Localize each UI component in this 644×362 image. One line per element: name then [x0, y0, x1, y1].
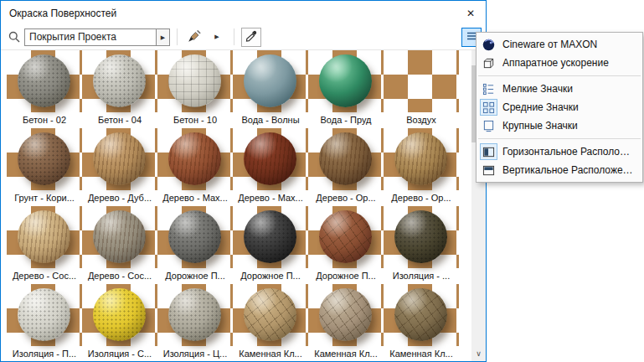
material-sphere [168, 288, 221, 341]
surface-paint-dialog: Окраска Поверхностей ✕ ▶ ▶ Бетон - 02Бет… [0, 0, 487, 362]
menu-item[interactable]: Аппаратное ускорение [477, 54, 642, 72]
toolbar-separator [177, 28, 178, 45]
material-cell[interactable]: Дорожное П... [233, 206, 308, 284]
material-label: Дерево - Дуб... [82, 190, 157, 206]
view-options-menu: Cineware от MAXONАппаратное ускорениеМел… [476, 32, 643, 183]
paint-dropdown-button[interactable]: ▶ [207, 28, 227, 47]
material-sphere [18, 54, 70, 107]
material-label: Дерево - Мах... [157, 190, 233, 206]
menu-item-label: Вертикальное Расположение [502, 164, 636, 176]
material-thumbnail[interactable] [7, 206, 82, 268]
material-cell[interactable]: Воздух [384, 50, 459, 128]
material-thumbnail[interactable] [308, 206, 384, 268]
material-cell[interactable]: Бетон - 02 [7, 50, 82, 128]
material-cell[interactable]: Дерево - Ор... [308, 128, 384, 206]
material-cell[interactable]: Вода - Волны [233, 50, 308, 128]
material-cell[interactable]: Каменная Кл... [233, 284, 308, 361]
eyedropper-button[interactable] [241, 28, 261, 47]
material-cell[interactable]: Каменная Кл... [384, 284, 459, 361]
material-label: Вода - Пруд [308, 112, 384, 128]
material-sphere [394, 288, 447, 341]
material-label: Грунт - Кори... [7, 190, 82, 206]
menu-separator [478, 138, 641, 139]
scroll-down-button[interactable]: ∨ [471, 347, 486, 361]
menu-item-label: Крупные Значки [502, 120, 578, 132]
material-cell[interactable]: Дорожное П... [157, 206, 233, 284]
material-sphere [168, 210, 221, 263]
material-thumbnail[interactable] [308, 50, 384, 112]
material-cell[interactable]: Бетон - 04 [82, 50, 157, 128]
material-thumbnail[interactable] [233, 128, 308, 190]
menu-item[interactable]: Горизонтальное Расположение [477, 142, 642, 161]
material-thumbnail[interactable] [82, 128, 157, 190]
material-cell[interactable]: Дерево - Сос... [82, 206, 157, 284]
large-icons-icon [480, 117, 497, 134]
material-cell[interactable]: Изоляция - Ц... [157, 284, 233, 361]
material-thumbnail[interactable] [233, 206, 308, 268]
material-cell[interactable]: Дерево - Мах... [157, 128, 233, 206]
material-cell[interactable]: Бетон - 10 [157, 50, 233, 128]
material-thumbnail[interactable] [384, 206, 459, 268]
material-thumbnail[interactable] [384, 128, 459, 190]
material-label: Воздух [384, 112, 459, 128]
menu-item[interactable]: Средние Значки [477, 98, 642, 116]
material-thumbnail[interactable] [157, 206, 233, 268]
material-label: Изоляция - ... [384, 268, 459, 284]
material-cell[interactable]: Изоляция - П... [7, 284, 82, 361]
material-cell[interactable]: Дерево - Мах... [233, 128, 308, 206]
material-thumbnail[interactable] [7, 128, 82, 190]
material-sphere [168, 132, 221, 185]
material-thumbnail[interactable] [7, 284, 82, 346]
material-thumbnail[interactable] [157, 284, 233, 346]
paint-brush-button[interactable] [184, 28, 204, 47]
search-expand-button[interactable]: ▶ [157, 28, 170, 46]
menu-item[interactable]: Вертикальное Расположение [477, 161, 642, 179]
material-cell[interactable]: Изоляция - ... [384, 206, 459, 284]
material-label: Каменная Кл... [308, 346, 384, 361]
material-thumbnail[interactable] [233, 284, 308, 346]
small-icons-icon [480, 80, 497, 97]
material-label: Дерево - Сос... [82, 268, 157, 284]
material-sphere [93, 132, 146, 185]
search-input[interactable] [24, 28, 157, 46]
material-thumbnail[interactable] [233, 50, 308, 112]
material-label: Бетон - 04 [82, 112, 157, 128]
material-thumbnail[interactable] [157, 128, 233, 190]
material-thumbnail[interactable] [82, 50, 157, 112]
menu-item-label: Мелкие Значки [502, 83, 573, 95]
material-sphere [394, 210, 447, 263]
vertical-layout-icon [480, 162, 497, 178]
material-cell[interactable]: Изоляция - С... [82, 284, 157, 361]
material-sphere [394, 132, 447, 185]
material-cell[interactable]: Дерево - Ор... [384, 128, 459, 206]
material-thumbnail[interactable] [384, 50, 459, 112]
material-thumbnail[interactable] [308, 284, 384, 346]
material-cell[interactable]: Дерево - Дуб... [82, 128, 157, 206]
material-cell[interactable]: Дорожное П... [308, 206, 384, 284]
material-sphere [18, 288, 70, 341]
material-thumbnail[interactable] [308, 128, 384, 190]
material-cell[interactable]: Дерево - Сос... [7, 206, 82, 284]
material-label: Дорожное П... [233, 268, 308, 284]
material-thumbnail[interactable] [7, 50, 82, 112]
menu-item[interactable]: Мелкие Значки [477, 80, 642, 98]
material-thumbnail[interactable] [157, 50, 233, 112]
material-sphere [319, 54, 372, 107]
material-label: Дерево - Ор... [308, 190, 384, 206]
cineware-icon [480, 36, 497, 53]
search-group: ▶ [24, 28, 170, 46]
menu-item[interactable]: Крупные Значки [477, 116, 642, 135]
material-cell[interactable]: Вода - Пруд [308, 50, 384, 128]
material-sphere [244, 54, 296, 107]
material-sphere [18, 132, 70, 185]
material-thumbnail[interactable] [82, 284, 157, 346]
close-button[interactable]: ✕ [456, 2, 486, 26]
material-cell[interactable]: Грунт - Кори... [7, 128, 82, 206]
menu-separator [478, 75, 641, 76]
material-thumbnail[interactable] [384, 284, 459, 346]
material-sphere [319, 288, 372, 341]
toolbar: ▶ ▶ [1, 26, 486, 49]
material-thumbnail[interactable] [82, 206, 157, 268]
material-cell[interactable]: Каменная Кл... [308, 284, 384, 361]
menu-item[interactable]: Cineware от MAXON [477, 35, 642, 54]
